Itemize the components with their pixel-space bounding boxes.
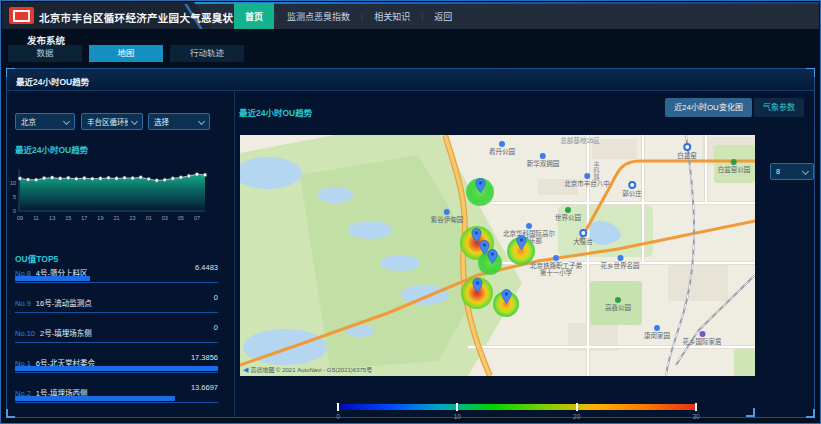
svg-text:0: 0 (13, 208, 16, 214)
mall-icon (699, 331, 705, 337)
map-label: 世界公园 (555, 207, 581, 221)
svg-text:5: 5 (13, 194, 16, 200)
svg-text:13: 13 (49, 215, 55, 221)
nav-item-0[interactable]: 首页 (234, 3, 274, 29)
ou-color-scale: 0102030 (338, 404, 696, 422)
district-select-value: 丰台区循环经济产 (87, 116, 128, 127)
map-side-select[interactable]: 8 (770, 163, 814, 180)
metro-icon (628, 181, 636, 189)
map-pin-icon[interactable] (475, 178, 486, 197)
poi-icon (654, 325, 660, 331)
poi-icon (540, 153, 546, 159)
map-pin-icon[interactable] (472, 278, 483, 297)
top-bar: 北京市丰台区循环经济产业园大气恶臭状况实时 首页|监测点恶臭指数|相关知识|返回 (2, 2, 819, 29)
park-icon (615, 297, 621, 303)
top5-row: No.84号-筛分上料区6.4483 (15, 262, 218, 292)
map-label: 花乡世界名园 (601, 255, 640, 269)
svg-text:21: 21 (113, 215, 119, 221)
map-pin-icon[interactable] (501, 289, 512, 308)
panel-title: 最近24小时OU趋势 (16, 75, 89, 87)
nav-item-2[interactable]: 相关知识 (363, 3, 421, 29)
map-canvas[interactable]: 看丹公园新华双拥园总部基地16区白盆窑白盆窑公园北京市丰台八中郭公庄丰科路紫谷伊… (240, 135, 755, 376)
park-icon (565, 207, 571, 213)
svg-text:19: 19 (97, 215, 103, 221)
map-buttons: 近24小时OU变化图气象参数 (665, 98, 804, 117)
station-select-value: 选择 (154, 116, 169, 127)
chevron-down-icon (131, 118, 138, 125)
svg-text:10: 10 (10, 180, 16, 186)
top5-value: 13.6697 (191, 383, 218, 392)
scale-tick (337, 403, 339, 411)
poi-icon (526, 223, 532, 229)
top5-bar-fill (15, 396, 175, 401)
panel-header: 最近24小时OU趋势 (7, 69, 814, 91)
color-scale-bar (338, 404, 696, 410)
main-panel: 最近24小时OU趋势 北京 丰台区循环经济产 选择 最近24小时OU趋势 051… (6, 68, 815, 418)
publish-tab-2[interactable]: 行动轨迹 (170, 45, 244, 62)
top5-bar-track (15, 276, 218, 283)
city-select[interactable]: 北京 (15, 113, 75, 130)
map-label: 紫谷伊甸园 (431, 209, 464, 223)
poi-icon (553, 255, 559, 261)
city-select-value: 北京 (21, 116, 36, 127)
chevron-down-icon (63, 118, 70, 125)
map-label: 北京市丰台八中 (564, 173, 610, 187)
scale-tick-label: 0 (336, 413, 340, 420)
poi-icon (584, 173, 590, 179)
nav-item-3[interactable]: 返回 (423, 3, 463, 29)
map-button-1[interactable]: 气象参数 (754, 98, 804, 117)
map-button-0[interactable]: 近24小时OU变化图 (665, 98, 752, 117)
top5-row: No.16号-北天堂村委会17.3856 (15, 352, 218, 382)
top5-list: No.84号-筛分上料区6.4483No.916号-流动监测点0No.102号-… (15, 262, 218, 412)
scale-tick-label: 20 (573, 413, 580, 420)
top5-bar-track (15, 396, 218, 403)
scale-corner-accent (746, 408, 755, 417)
map-label: 高鑫公园 (605, 297, 631, 311)
svg-text:17: 17 (81, 215, 87, 221)
top5-bar-track (15, 336, 218, 343)
publish-tab-0[interactable]: 数据 (8, 45, 82, 62)
scale-tick (695, 403, 697, 411)
top5-bar-fill (15, 366, 218, 371)
publish-tab-1[interactable]: 地图 (89, 45, 163, 62)
metro-icon (579, 229, 587, 237)
publish-tabs: 数据地图行动轨迹 (8, 45, 244, 62)
map-pin-icon[interactable] (516, 235, 527, 254)
station-select[interactable]: 选择 (148, 113, 210, 130)
park-icon (731, 159, 737, 165)
top5-value: 17.3856 (191, 353, 218, 362)
poi-icon (499, 141, 505, 147)
svg-text:03: 03 (162, 215, 168, 221)
map-label: 新华双拥园 (527, 153, 560, 167)
map-label: 看丹公园 (489, 141, 515, 155)
map-pin-icon[interactable] (487, 249, 498, 268)
app-logo-glyph (13, 10, 30, 22)
map-label: 总部基地16区 (560, 137, 600, 144)
trend-chart: 0510091113151719212301030507 (7, 164, 219, 228)
svg-text:15: 15 (65, 215, 71, 221)
map-attribution: ◀ 高德地图 © 2021 AutoNavi - GS(2021)6375号 (243, 365, 372, 374)
svg-text:09: 09 (17, 215, 23, 221)
corner-accent-bl (6, 409, 15, 418)
chevron-down-icon (802, 168, 809, 175)
corner-accent-br (806, 409, 815, 418)
main-nav: 首页|监测点恶臭指数|相关知识|返回 (234, 3, 463, 29)
map-label: 郭公庄 (622, 181, 642, 197)
app-title: 北京市丰台区循环经济产业园大气恶臭状况实时 (39, 10, 266, 25)
dashboard-root: 北京市丰台区循环经济产业园大气恶臭状况实时 首页|监测点恶臭指数|相关知识|返回… (0, 0, 821, 424)
map-label: 大葆台 (573, 229, 593, 245)
scale-tick (576, 403, 578, 411)
autonavi-logo-icon: ◀ (243, 366, 248, 374)
chevron-down-icon (198, 118, 205, 125)
district-select[interactable]: 丰台区循环经济产 (81, 113, 143, 130)
top5-value: 6.4483 (195, 263, 218, 272)
top5-bar-track (15, 366, 218, 373)
map-attribution-text: 高德地图 © 2021 AutoNavi - GS(2021)6375号 (250, 365, 372, 374)
scale-tick (456, 403, 458, 411)
map-side-select-value: 8 (776, 167, 780, 176)
metro-icon (683, 143, 691, 151)
map-label: 康闵家园 (644, 325, 670, 339)
svg-text:01: 01 (146, 215, 152, 221)
nav-item-1[interactable]: 监测点恶臭指数 (276, 3, 361, 29)
svg-text:23: 23 (130, 215, 136, 221)
